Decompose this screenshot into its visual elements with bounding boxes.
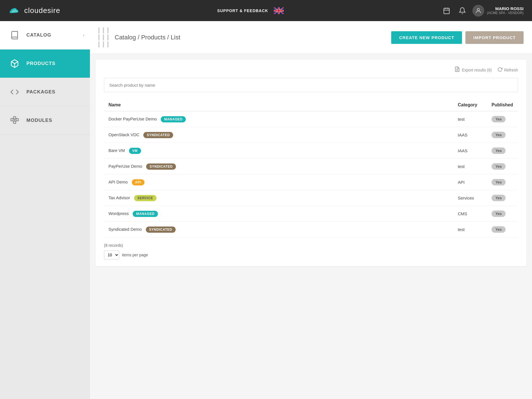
main-content: Catalog / Products / List CREATE NEW PRO…: [90, 21, 532, 399]
calendar-icon-btn[interactable]: [441, 5, 452, 16]
published-badge: Yes: [492, 210, 506, 217]
cell-published: Yes: [487, 190, 518, 206]
cell-published: Yes: [487, 127, 518, 143]
cell-product-name: PayPerUse Demo SYNDICATED: [104, 159, 453, 174]
per-page-dropdown[interactable]: 10 25 50: [104, 250, 119, 259]
cell-product-name: OpenStack VDC SYNDICATED: [104, 127, 453, 143]
sidebar-item-packages[interactable]: PACKAGES: [0, 78, 90, 106]
user-info[interactable]: MARIO ROSSI (ACME SPA - VENDOR): [472, 5, 524, 17]
product-tag: SERVICE: [134, 195, 157, 201]
cell-published: Yes: [487, 174, 518, 190]
nav-center: SUPPORT & FEEDBACK: [217, 7, 284, 14]
cell-category: test: [453, 159, 487, 174]
user-company: (ACME SPA - VENDOR): [487, 11, 524, 15]
published-badge: Yes: [492, 132, 506, 138]
cell-published: Yes: [487, 222, 518, 237]
product-tag: VM: [129, 148, 141, 154]
product-tag: SYNDICATED: [146, 227, 176, 233]
product-tag: SYNDICATED: [146, 163, 176, 170]
cell-published: Yes: [487, 111, 518, 127]
cell-category: IAAS: [453, 143, 487, 159]
refresh-icon: [497, 67, 502, 73]
import-product-button[interactable]: IMPORT PRODUCT: [465, 31, 524, 44]
avatar: [472, 5, 484, 17]
sidebar-item-catalog[interactable]: CATALOG ›: [0, 21, 90, 50]
table-row[interactable]: Wordpress MANAGED CMSYes: [104, 206, 518, 222]
cell-category: test: [453, 222, 487, 237]
table-row[interactable]: Syndicated Demo SYNDICATED testYes: [104, 222, 518, 237]
published-badge: Yes: [492, 116, 506, 122]
published-badge: Yes: [492, 147, 506, 154]
csv-export-icon: [454, 66, 460, 73]
cell-published: Yes: [487, 206, 518, 222]
published-badge: Yes: [492, 195, 506, 201]
cell-category: API: [453, 174, 487, 190]
published-badge: Yes: [492, 226, 506, 233]
col-header-name: Name: [104, 99, 453, 111]
sidebar-item-products[interactable]: PRODUCTS: [0, 50, 90, 78]
cell-category: CMS: [453, 206, 487, 222]
svg-rect-9: [16, 118, 18, 121]
bell-icon-btn[interactable]: [457, 5, 468, 16]
product-tag: MANAGED: [161, 116, 186, 122]
cell-product-name: Bare VM VM: [104, 143, 453, 159]
page-header: Catalog / Products / List CREATE NEW PRO…: [90, 21, 532, 54]
create-new-product-button[interactable]: CREATE NEW PRODUCT: [391, 31, 462, 44]
table-row[interactable]: Docker PayPerUse Demo MANAGED testYes: [104, 111, 518, 127]
table-row[interactable]: PayPerUse Demo SYNDICATED testYes: [104, 159, 518, 174]
cell-category: Services: [453, 190, 487, 206]
table-header-row: Name Category Published: [104, 99, 518, 111]
cell-published: Yes: [487, 159, 518, 174]
sidebar-item-products-label: PRODUCTS: [26, 61, 55, 66]
sidebar-item-catalog-label: CATALOG: [26, 32, 51, 38]
svg-rect-8: [13, 117, 16, 119]
col-header-category: Category: [453, 99, 487, 111]
logo-text: cloudesire: [24, 6, 60, 15]
modules-icon: [8, 114, 21, 127]
catalog-icon: [8, 29, 21, 41]
content-area: Export results (8) Refresh: [96, 60, 526, 266]
product-tag: MANAGED: [133, 211, 158, 217]
products-icon: [8, 57, 21, 70]
logo-icon: [8, 5, 21, 16]
svg-rect-7: [11, 118, 13, 121]
toolbar: Export results (8) Refresh: [104, 66, 518, 73]
sidebar-item-packages-label: PACKAGES: [26, 89, 55, 95]
per-page-label: items per page: [122, 253, 148, 257]
logo-area: cloudesire: [8, 5, 60, 16]
sidebar-item-modules[interactable]: MODULES: [0, 106, 90, 135]
per-page-select: 10 25 50 items per page: [104, 250, 518, 259]
export-results-link[interactable]: Export results (8): [454, 66, 492, 73]
refresh-link[interactable]: Refresh: [497, 67, 518, 73]
products-table: Name Category Published Docker PayPerUse…: [104, 99, 518, 237]
product-tag: API: [132, 179, 145, 185]
published-badge: Yes: [492, 163, 506, 170]
table-footer: (8 records) 10 25 50 items per page: [104, 243, 518, 259]
cell-category: IAAS: [453, 127, 487, 143]
cell-product-name: Tax Advisor SERVICE: [104, 190, 453, 206]
cell-product-name: Syndicated Demo SYNDICATED: [104, 222, 453, 237]
svg-rect-1: [444, 8, 449, 14]
svg-point-5: [477, 8, 479, 11]
support-feedback-label[interactable]: SUPPORT & FEEDBACK: [217, 8, 268, 13]
breadcrumb-area: Catalog / Products / List: [98, 27, 180, 48]
col-header-published: Published: [487, 99, 518, 111]
table-row[interactable]: Tax Advisor SERVICE ServicesYes: [104, 190, 518, 206]
table-row[interactable]: OpenStack VDC SYNDICATED IAASYes: [104, 127, 518, 143]
search-input[interactable]: [104, 78, 518, 92]
packages-icon: [8, 86, 21, 98]
export-label: Export results (8): [462, 68, 492, 72]
breadcrumb: Catalog / Products / List: [115, 34, 180, 41]
table-row[interactable]: Bare VM VM IAASYes: [104, 143, 518, 159]
drag-handle: [98, 27, 111, 48]
product-tag: SYNDICATED: [143, 132, 173, 138]
top-navigation: cloudesire SUPPORT & FEEDBACK: [0, 0, 532, 21]
user-text: MARIO ROSSI (ACME SPA - VENDOR): [487, 6, 524, 15]
cell-product-name: API Demo API: [104, 174, 453, 190]
table-row[interactable]: API Demo API APIYes: [104, 174, 518, 190]
published-badge: Yes: [492, 179, 506, 185]
cell-product-name: Docker PayPerUse Demo MANAGED: [104, 111, 453, 127]
cell-category: test: [453, 111, 487, 127]
refresh-label: Refresh: [504, 68, 518, 72]
user-name: MARIO ROSSI: [487, 6, 524, 11]
